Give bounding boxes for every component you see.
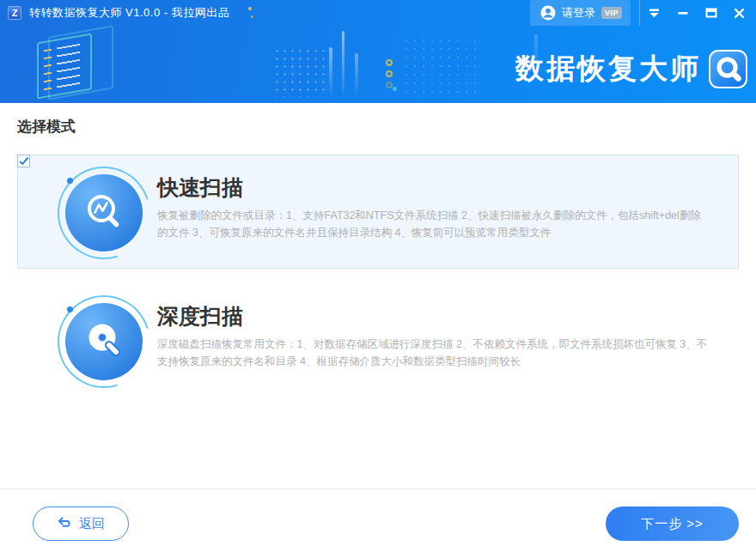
undo-arrow-icon — [57, 517, 72, 531]
brand-logo: 数据恢复大师 — [515, 50, 747, 88]
brand-logo-text: 数据恢复大师 — [515, 50, 701, 88]
mode-checkbox[interactable] — [17, 155, 30, 167]
mode-description: 恢复被删除的文件或目录：1、支持FAT32和NTFS文件系统扫描 2、快速扫描被… — [157, 207, 711, 241]
close-button[interactable] — [725, 0, 753, 26]
quick-scan-icon — [58, 167, 150, 259]
magnifier-wave-icon — [65, 174, 143, 252]
banner-decoration-bar — [342, 31, 344, 100]
mode-card-deep-scan[interactable]: 深度扫描 深度磁盘扫描恢复常用文件：1、对数据存储区域进行深度扫描 2、不依赖文… — [17, 283, 739, 397]
banner-decoration-screen — [37, 33, 92, 99]
footer-bar: 返回 下一步 >> — [0, 488, 756, 558]
icon-ring-dot — [67, 178, 73, 184]
banner-decoration-circle — [386, 70, 393, 77]
page-title: 选择模式 — [17, 117, 76, 136]
disc-magnifier-icon — [65, 303, 143, 380]
login-button[interactable]: 请登录 VIP — [530, 0, 631, 26]
minimize-button[interactable] — [668, 0, 697, 26]
chevron-down-icon — [648, 7, 661, 19]
banner-decoration-dots — [402, 36, 479, 96]
banner-decoration-circle — [386, 82, 393, 88]
mode-title: 深度扫描 — [157, 303, 721, 330]
mode-description: 深度磁盘扫描恢复常用文件：1、对数据存储区域进行深度扫描 2、不依赖文件系统，即… — [157, 336, 711, 370]
mode-card-quick-scan[interactable]: 快速扫描 恢复被删除的文件或目录：1、支持FAT32和NTFS文件系统扫描 2、… — [17, 155, 739, 269]
user-icon — [540, 5, 556, 21]
banner-decoration-dot — [393, 87, 397, 91]
maximize-icon — [705, 7, 717, 19]
banner-decoration-circle — [386, 59, 393, 66]
next-button[interactable]: 下一步 >> — [606, 506, 739, 541]
mode-title: 快速扫描 — [157, 174, 721, 201]
menu-dropdown-button[interactable] — [640, 0, 668, 26]
minimize-icon — [677, 7, 689, 19]
header-banner: Z 转转数据恢复大师 V1.0.0 - 我拉网出品 请登录 VIP — [0, 0, 756, 103]
app-title: 转转数据恢复大师 V1.0.0 - 我拉网出品 — [29, 5, 229, 21]
banner-decoration-screen-back — [48, 25, 113, 100]
banner-decoration-bar — [355, 53, 358, 98]
app-window: Z 转转数据恢复大师 V1.0.0 - 我拉网出品 请登录 VIP — [0, 0, 756, 558]
title-bar: Z 转转数据恢复大师 V1.0.0 - 我拉网出品 请登录 VIP — [0, 0, 756, 26]
magnifier-q-icon — [709, 50, 747, 88]
login-label: 请登录 — [562, 5, 595, 21]
back-label: 返回 — [79, 516, 105, 532]
maximize-button[interactable] — [697, 0, 725, 26]
icon-ring-dot — [67, 306, 73, 312]
deep-scan-icon — [58, 295, 150, 388]
back-button[interactable]: 返回 — [33, 506, 129, 541]
next-label: 下一步 >> — [641, 516, 704, 532]
close-icon — [734, 8, 745, 19]
vip-badge: VIP — [601, 7, 622, 19]
banner-decoration-dots — [273, 47, 326, 97]
app-logo-icon: Z — [8, 6, 21, 20]
banner-decoration-bar — [329, 47, 332, 99]
